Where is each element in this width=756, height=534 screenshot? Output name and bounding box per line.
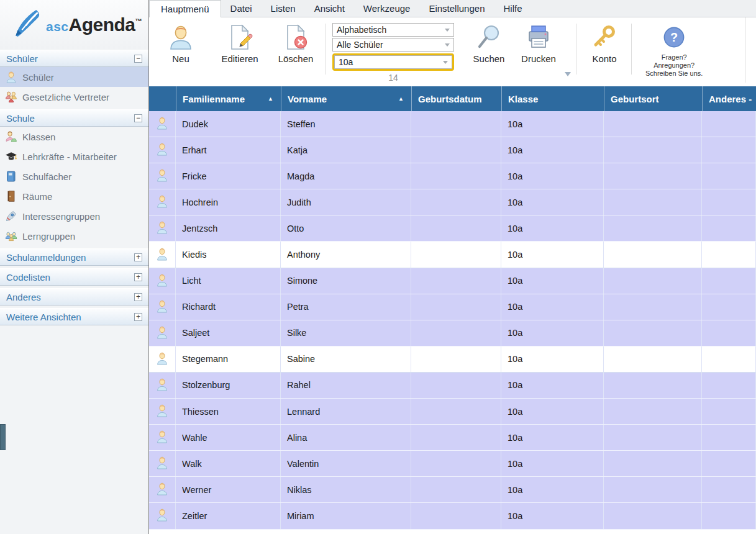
column-header-anderes[interactable]: Anderes - bbox=[702, 86, 756, 111]
cell-familienname: Dudek bbox=[176, 111, 281, 137]
sidebar-section: Schulanmeldungen + bbox=[0, 248, 148, 266]
student-filter-select[interactable]: Alle Schüler bbox=[332, 38, 454, 52]
menu-tab-4[interactable]: Werkzeuge bbox=[354, 0, 420, 17]
table-row[interactable]: Wahle Alina 10a bbox=[149, 425, 756, 451]
table-row[interactable]: Jentzsch Otto 10a bbox=[149, 215, 756, 242]
table-row[interactable]: Walk Valentin 10a bbox=[149, 451, 756, 477]
cell-geburtsort bbox=[604, 215, 702, 241]
sidebar-item[interactable]: Räume bbox=[0, 186, 148, 206]
sidebar-section-header[interactable]: Schulanmeldungen + bbox=[0, 248, 148, 266]
printer-icon bbox=[525, 22, 552, 52]
table-row[interactable]: Hochrein Judith 10a bbox=[149, 189, 756, 215]
new-button[interactable]: Neu bbox=[158, 17, 204, 64]
cell-klasse: 10a bbox=[501, 189, 604, 215]
toolbar-separator bbox=[326, 24, 326, 75]
sidebar-item[interactable]: Schulfächer bbox=[0, 166, 148, 186]
feedback-button[interactable]: ? Fragen? Anregungen? Schreiben Sie uns. bbox=[645, 17, 703, 78]
menu-tab-2[interactable]: Listen bbox=[262, 0, 305, 17]
sidebar-section-header[interactable]: Codelisten + bbox=[0, 268, 148, 286]
edit-button-label: Editieren bbox=[221, 53, 258, 64]
table-row[interactable]: Stegemann Sabine 10a bbox=[149, 346, 756, 373]
student-icon bbox=[156, 247, 168, 263]
edit-button[interactable]: Editieren bbox=[215, 17, 265, 64]
logo-asc-text: asc bbox=[46, 19, 69, 34]
teachers-icon bbox=[5, 150, 17, 163]
sidebar-item[interactable]: Klassen bbox=[0, 127, 148, 147]
sidebar-item[interactable]: Lerngruppen bbox=[0, 226, 148, 246]
sidebar-section-header[interactable]: Schule − bbox=[0, 109, 148, 127]
column-header-familienname[interactable]: Familienname ▲ bbox=[176, 86, 281, 111]
cell-anderes bbox=[702, 163, 756, 189]
table-row[interactable]: Thiessen Lennard 10a bbox=[149, 399, 756, 425]
student-icon bbox=[156, 378, 168, 393]
cell-vorname: Petra bbox=[281, 294, 411, 320]
sidebar-section-title: Schüler bbox=[6, 53, 134, 64]
class-select[interactable]: 10a bbox=[334, 55, 452, 69]
expand-plus-icon[interactable]: + bbox=[134, 253, 142, 261]
account-button[interactable]: Konto bbox=[583, 17, 626, 64]
expand-plus-icon[interactable]: + bbox=[134, 273, 142, 281]
table-row[interactable]: Richardt Petra 10a bbox=[149, 294, 756, 320]
collapse-minus-icon[interactable]: − bbox=[134, 114, 142, 122]
sidebar-item[interactable]: Schüler bbox=[0, 67, 148, 87]
sidebar-item[interactable]: Interessengruppen bbox=[0, 206, 148, 226]
print-button[interactable]: Drucken bbox=[515, 17, 562, 64]
cell-geburtsort bbox=[604, 189, 702, 215]
edit-document-icon bbox=[226, 22, 253, 52]
table-row[interactable]: Licht Simone 10a bbox=[149, 268, 756, 294]
sidebar-section-header[interactable]: Schüler − bbox=[0, 50, 148, 67]
cell-familienname: Erhart bbox=[176, 137, 281, 163]
print-dropdown-arrow-icon[interactable] bbox=[565, 72, 571, 76]
expand-plus-icon[interactable]: + bbox=[134, 313, 142, 321]
menu-tab-0[interactable]: Hauptmenü bbox=[149, 0, 221, 17]
sidebar-section-header[interactable]: Anderes + bbox=[0, 288, 148, 305]
sidebar-item-label: Schulfächer bbox=[22, 171, 71, 182]
search-button[interactable]: Suchen bbox=[467, 17, 511, 64]
delete-document-icon bbox=[282, 22, 309, 52]
sidebar-item[interactable]: Gesetzliche Vertreter bbox=[0, 87, 148, 107]
cell-familienname: Richardt bbox=[176, 294, 281, 320]
table-row[interactable]: Fricke Magda 10a bbox=[149, 163, 756, 189]
table-row[interactable]: Saljeet Silke 10a bbox=[149, 320, 756, 346]
new-student-icon bbox=[167, 22, 194, 52]
cell-anderes bbox=[702, 399, 756, 424]
cell-geburtsdatum bbox=[411, 425, 501, 450]
rooms-icon bbox=[5, 190, 17, 202]
sidebar-item[interactable]: Lehrkräfte - Mitarbeiter bbox=[0, 147, 148, 166]
delete-button[interactable]: Löschen bbox=[272, 17, 319, 64]
menu-tab-6[interactable]: Hilfe bbox=[494, 0, 532, 17]
column-header-geburtsort[interactable]: Geburtsort bbox=[604, 86, 702, 111]
table-row[interactable]: Stolzenburg Rahel 10a bbox=[149, 373, 756, 399]
column-header-vorname[interactable]: Vorname ▲ bbox=[281, 86, 411, 111]
table-row[interactable]: Dudek Steffen 10a bbox=[149, 111, 756, 137]
cell-geburtsdatum bbox=[411, 294, 501, 320]
column-header-geburtsdatum[interactable]: Geburtsdatum bbox=[411, 86, 501, 111]
sidebar-section-header[interactable]: Weitere Ansichten + bbox=[0, 308, 148, 325]
expand-plus-icon[interactable]: + bbox=[134, 293, 142, 301]
table-row[interactable]: Werner Niklas 10a bbox=[149, 477, 756, 503]
help-question-icon: ? bbox=[662, 22, 686, 52]
cell-klasse: 10a bbox=[501, 451, 604, 476]
sidebar-section: Weitere Ansichten + bbox=[0, 308, 148, 325]
panel-resize-handle[interactable] bbox=[0, 424, 6, 450]
cell-klasse: 10a bbox=[501, 373, 604, 398]
column-header-klasse[interactable]: Klasse bbox=[501, 86, 604, 111]
menu-tab-1[interactable]: Datei bbox=[221, 0, 262, 17]
sidebar-section: Anderes + bbox=[0, 288, 148, 305]
cell-geburtsdatum bbox=[411, 477, 501, 502]
students-table: Familienname ▲ Vorname ▲ Geburtsdatum Kl… bbox=[149, 86, 756, 534]
student-icon bbox=[156, 168, 168, 184]
sidebar-section-title: Schulanmeldungen bbox=[6, 252, 134, 263]
sidebar-section: Schüler − Schüler Gesetzliche Vertreter bbox=[0, 50, 148, 107]
table-row[interactable]: Kiedis Anthony 10a bbox=[149, 242, 756, 268]
collapse-minus-icon[interactable]: − bbox=[134, 55, 142, 63]
sort-order-select[interactable]: Alphabetisch bbox=[332, 23, 454, 37]
table-row[interactable]: Zeitler Miriam 10a bbox=[149, 503, 756, 529]
menu-tab-5[interactable]: Einstellungen bbox=[419, 0, 494, 17]
cell-anderes bbox=[702, 320, 756, 346]
cell-klasse: 10a bbox=[501, 503, 604, 528]
sidebar-section-title: Anderes bbox=[6, 292, 134, 302]
menu-tab-3[interactable]: Ansicht bbox=[305, 0, 354, 17]
cell-geburtsort bbox=[604, 268, 702, 294]
table-row[interactable]: Erhart Katja 10a bbox=[149, 137, 756, 163]
